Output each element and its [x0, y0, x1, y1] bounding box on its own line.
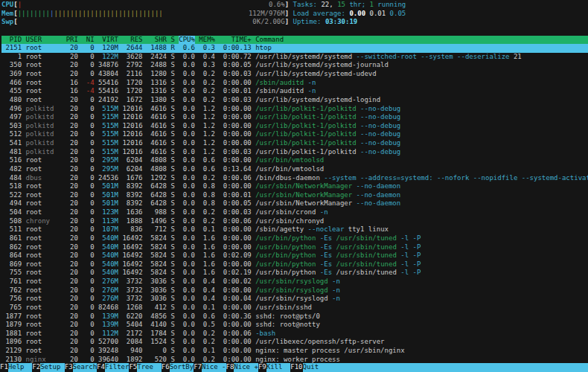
- tasks-summary-text: thr;: [345, 1, 370, 10]
- command-segment: htop: [255, 44, 272, 51]
- fkey-nice-[interactable]: F8Nice +: [226, 363, 258, 372]
- cell-s: S: [170, 53, 174, 62]
- fkey-filter[interactable]: F4Filter: [97, 363, 129, 372]
- column-header-time[interactable]: TIME+: [219, 36, 251, 45]
- process-row[interactable]: 369root2004380421161280S0.00.20:00.03/us…: [1, 70, 588, 79]
- command-segment: /usr/sbin/NetworkManager: [255, 182, 352, 190]
- command-segment: /sbin/auditd: [255, 87, 304, 94]
- fkey-nice-[interactable]: F7Nice -: [194, 363, 226, 372]
- cell-s: S: [170, 260, 174, 269]
- cell-time: 0:00.06: [219, 174, 251, 183]
- cell-cpu: 0.0: [179, 174, 195, 183]
- cell-s: R: [170, 44, 174, 53]
- cell-shr: 1784: [147, 330, 167, 339]
- column-header-virt[interactable]: VIRT: [98, 36, 118, 45]
- cell-pid: 1896: [1, 338, 22, 347]
- process-row[interactable]: 512polkitd200515M120164616S0.01.20:00.00…: [1, 130, 588, 139]
- meter-bar: 0K/2.00G: [18, 18, 285, 27]
- cell-res: 1720: [122, 79, 142, 88]
- process-row[interactable]: 869root200540M164925824S0.01.60:00.00/us…: [1, 260, 588, 269]
- command-segment: /usr/sbin/rsyslogd: [255, 295, 328, 302]
- cell-user: root: [25, 96, 62, 105]
- column-header-user[interactable]: USER: [25, 36, 62, 45]
- column-header-pri[interactable]: PRI: [66, 36, 78, 45]
- cell-virt: 122M: [98, 53, 118, 62]
- cell-user: root: [25, 182, 62, 191]
- command-segment: /usr/lib/systemd/systemd-udevd: [255, 70, 377, 77]
- cell-command: /usr/lib/systemd/systemd --switched-root…: [255, 53, 588, 62]
- process-row[interactable]: 762root200276M37323036S0.00.40:00.00/usr…: [1, 286, 588, 295]
- cell-mem: 1.2: [199, 105, 215, 114]
- process-row[interactable]: 1root200122M36282424S0.00.40:00.72/usr/l…: [1, 53, 588, 62]
- process-row[interactable]: 2129root200392489400S0.00.10:00.00nginx:…: [1, 347, 588, 356]
- process-row[interactable]: 761root200276M37323036S0.00.40:00.02/usr…: [1, 278, 588, 286]
- process-row[interactable]: 503polkitd200515M120164616S0.01.20:00.00…: [1, 122, 588, 131]
- cell-mem: 1.6: [199, 243, 215, 252]
- cell-res: 6220: [122, 312, 142, 321]
- process-row[interactable]: 496polkitd200515M120164616S0.01.20:00.00…: [1, 105, 588, 114]
- cell-pid: 762: [1, 286, 22, 295]
- process-row[interactable]: 2151root200120M26441488R0.60.30:00.13hto…: [1, 44, 588, 53]
- process-row[interactable]: 755root200540M164925824S0.01.60:02.19/us…: [1, 269, 588, 278]
- cell-shr: 1316: [147, 79, 167, 88]
- command-segment: -n: [328, 286, 340, 294]
- process-row[interactable]: 765root200824681268412S0.00.10:00.00/usr…: [1, 304, 588, 312]
- process-row[interactable]: 497polkitd200515M120164616S0.01.20:00.00…: [1, 113, 588, 122]
- cell-ni: 0: [82, 269, 94, 278]
- process-row[interactable]: 862root200540M164925824S0.01.60:00.00/us…: [1, 243, 588, 252]
- cell-s: S: [170, 338, 174, 347]
- process-row[interactable]: 516root200295M62044808S0.00.60:00.00/usr…: [1, 156, 588, 165]
- process-row[interactable]: 508chrony200113M18881496S0.00.20:00.06/u…: [1, 217, 588, 226]
- fkey-kill[interactable]: F9Kill: [258, 363, 290, 372]
- process-row[interactable]: 481polkitd200515M120164616S0.01.20:00.03…: [1, 148, 588, 157]
- column-header-cmd[interactable]: Command: [255, 36, 588, 45]
- fkey-label: Filter: [105, 363, 130, 372]
- fkey-sortby[interactable]: F6SortBy: [162, 363, 194, 372]
- uptime: Uptime: 03:30:19: [289, 18, 588, 27]
- process-row[interactable]: 756root200276M37323036S0.00.40:00.04/usr…: [1, 295, 588, 304]
- process-row[interactable]: 480root2002419216721380S0.00.20:00.03/us…: [1, 96, 588, 105]
- process-row[interactable]: 864root200540M164925824S0.01.60:02.09/us…: [1, 251, 588, 260]
- process-row[interactable]: 494root200501M83926428S0.00.80:00.05/usr…: [1, 199, 588, 208]
- process-row[interactable]: 455root16-45541617201316S0.00.20:00.01/s…: [1, 87, 588, 96]
- cell-mem: 0.8: [199, 191, 215, 200]
- process-row[interactable]: 484dbus2002453616761292S0.00.20:00.06/bi…: [1, 174, 588, 183]
- process-row[interactable]: 522root200501M83926428S0.00.80:00.01/usr…: [1, 191, 588, 200]
- cell-shr: 1496: [147, 217, 167, 226]
- column-header-pid[interactable]: PID: [1, 36, 22, 45]
- process-row[interactable]: 861root200540M164925824S0.01.60:00.00/us…: [1, 234, 588, 243]
- process-row[interactable]: 1877root200139M62204856S0.00.60:00.36ssh…: [1, 312, 588, 321]
- cell-virt: 24192: [98, 96, 118, 105]
- cell-user: root: [25, 338, 62, 347]
- column-header-s[interactable]: S: [170, 36, 174, 45]
- cell-user: root: [25, 208, 62, 217]
- cell-mem: 0.2: [199, 174, 215, 183]
- cell-ni: 0: [82, 347, 94, 356]
- column-header-res[interactable]: RES: [122, 36, 142, 45]
- process-row[interactable]: 511root200107M836712S0.00.10:00.00/sbin/…: [1, 225, 588, 234]
- fkey-number: F9: [258, 363, 266, 372]
- cell-res: 8392: [122, 182, 142, 191]
- column-header-shr[interactable]: SHR: [147, 36, 167, 45]
- column-header-ni[interactable]: NI: [82, 36, 94, 45]
- process-row[interactable]: 1896root2005270020841524S0.00.20:00.00/u…: [1, 338, 588, 347]
- fkey-search[interactable]: F3Search: [65, 363, 97, 372]
- column-header-cpu[interactable]: CPU%: [179, 36, 195, 45]
- process-row[interactable]: 504root200123M1636988S0.00.20:00.03/usr/…: [1, 208, 588, 217]
- cell-ni: -4: [82, 87, 94, 96]
- process-row[interactable]: 541polkitd200515M120164616S0.01.20:00.00…: [1, 139, 588, 148]
- process-row[interactable]: 350root2003487627922488S0.00.30:00.05/us…: [1, 61, 588, 70]
- process-row[interactable]: 1881root200112M21721784S0.00.20:00.06-ba…: [1, 330, 588, 339]
- cell-s: S: [170, 70, 174, 79]
- process-row[interactable]: 1879root200139M54044140S0.00.50:00.00ssh…: [1, 321, 588, 330]
- process-row[interactable]: 466root16-45541617201316S0.00.20:00.00/s…: [1, 79, 588, 88]
- process-row[interactable]: 482root200295M62044808S0.00.60:13.64/usr…: [1, 165, 588, 174]
- fkey-tree[interactable]: F5Tree: [129, 363, 161, 372]
- cell-shr: 1316: [147, 87, 167, 96]
- fkey-help[interactable]: F1Help: [0, 363, 32, 372]
- column-header-mem[interactable]: MEM%: [199, 36, 215, 45]
- process-row[interactable]: 518root200501M83926428S0.00.80:00.00/usr…: [1, 182, 588, 191]
- cell-cpu: 0.6: [179, 44, 195, 53]
- fkey-setup[interactable]: F2Setup: [32, 363, 64, 372]
- fkey-quit[interactable]: F10Quit: [290, 363, 319, 372]
